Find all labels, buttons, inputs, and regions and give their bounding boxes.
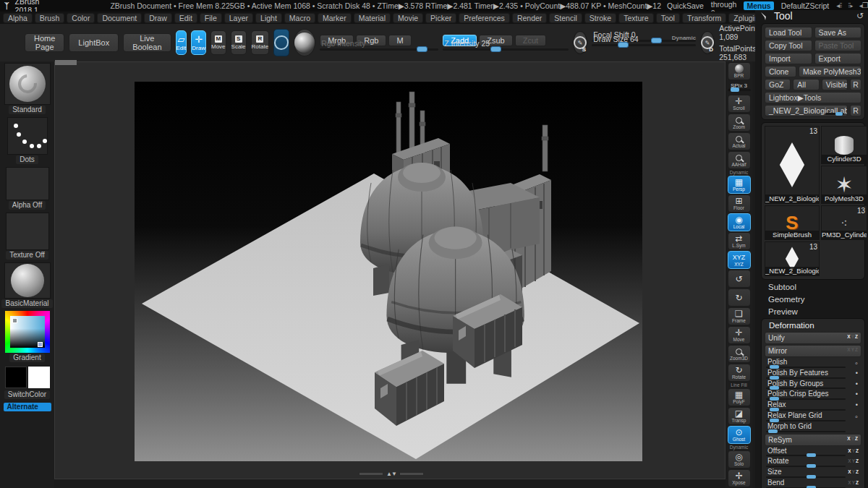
axes-toggle[interactable]: XYZ — [847, 334, 859, 339]
document-canvas[interactable]: ▲▼ — [54, 61, 726, 479]
switch-color-thumb[interactable] — [4, 365, 51, 390]
deform-mirror-button[interactable]: MirrorXYZ — [765, 345, 861, 357]
secondary-color-swatch[interactable] — [28, 367, 50, 388]
axes-toggle[interactable]: XYZ — [848, 458, 859, 463]
axes-toggle[interactable]: XYZ — [848, 480, 859, 485]
palette-reset-icon[interactable]: ↺ — [856, 11, 864, 21]
radial-dot-toggle[interactable]: • — [856, 401, 858, 408]
r-button[interactable]: R — [850, 79, 861, 90]
axes-toggle[interactable]: XYZ — [847, 436, 859, 441]
strip-polyf-button[interactable]: ▦PolyF — [728, 388, 751, 406]
stroke-settings-knob[interactable]: ✎S — [573, 31, 587, 54]
shelf-home-page-button[interactable]: Home Page — [25, 33, 64, 52]
slider-rgb-intensity[interactable]: Rgb Intensity — [320, 48, 438, 51]
strip-rotate-button[interactable]: ↻Rotate — [728, 364, 751, 382]
tray-alternate[interactable]: Alternate — [2, 402, 53, 411]
menu-color[interactable]: Color — [67, 13, 95, 23]
deform-resym-button[interactable]: ReSymXYZ — [765, 434, 861, 446]
menu-file[interactable]: File — [200, 13, 222, 23]
save-as-button[interactable]: Save As — [814, 27, 862, 38]
deform-relax-slider[interactable]: Relax• — [765, 401, 861, 411]
strip-transp-button[interactable]: ◪Transp — [728, 407, 751, 425]
goz-button[interactable]: GoZ — [765, 79, 791, 90]
section-geometry[interactable]: Geometry — [761, 294, 865, 304]
edit-mode-button[interactable]: ▱Edit — [176, 30, 187, 55]
export-button[interactable]: Export — [814, 53, 862, 64]
load-tool-button[interactable]: Load Tool — [765, 27, 812, 38]
brush-thumb[interactable] — [4, 63, 51, 105]
deform-bend-slider[interactable]: BendXYZ — [765, 479, 861, 488]
tool-thumb-polymesh3d[interactable]: ✶PolyMesh3D — [821, 166, 867, 204]
tray-switchcolor[interactable]: SwitchColor — [2, 365, 53, 399]
strip-ghost-button[interactable]: ⊙Ghost — [728, 426, 751, 444]
slider-handle[interactable] — [490, 46, 501, 52]
shelf-rotate-button[interactable]: RRotate — [251, 30, 270, 55]
spix-slider[interactable]: SPix 3 — [728, 82, 751, 91]
shelf-live-boolean-button[interactable]: Live Boolean — [123, 33, 171, 52]
canvas-scrollbar-left[interactable] — [359, 472, 383, 476]
deform-polish-crisp-edges-slider[interactable]: Polish Crisp Edges• — [765, 390, 861, 401]
strip-zoom-button[interactable]: Zoom — [728, 114, 751, 132]
main-color-swatch[interactable] — [5, 367, 27, 388]
tool-thumb-active[interactable]: 13_NEW_2_Biologic — [765, 126, 820, 204]
menu-draw[interactable]: Draw — [144, 13, 172, 23]
lightbox-tools-button[interactable]: Lightbox▶Tools — [765, 92, 861, 103]
menu-tool[interactable]: Tool — [656, 13, 680, 23]
strip-bpr-button[interactable]: BPR — [728, 62, 751, 80]
spix-handle[interactable] — [731, 87, 739, 92]
all-button[interactable]: All — [793, 79, 819, 90]
canvas-scroll-arrows-icon[interactable]: ▲▼ — [386, 471, 396, 477]
tray-basicmaterial[interactable]: BasicMaterial — [2, 262, 53, 308]
copy-tool-button[interactable]: Copy Tool — [765, 40, 812, 51]
strip-local-button[interactable]: ◉Local — [728, 213, 751, 231]
color-picker[interactable] — [5, 311, 50, 353]
axes-toggle[interactable]: XYZ — [848, 469, 859, 474]
radial-dot-toggle[interactable]: • — [856, 369, 858, 377]
import-button[interactable]: Import — [765, 53, 812, 64]
strip-actual-button[interactable]: Actual — [728, 132, 751, 150]
tool-thumb-cylinder3d[interactable]: Cylinder3D — [821, 126, 867, 164]
menu-transform[interactable]: Transform — [682, 13, 726, 23]
menu-texture[interactable]: Texture — [618, 13, 653, 23]
strip-xpose-button[interactable]: ✢Xpose — [728, 469, 751, 487]
radial-circle-toggle[interactable]: ◦ — [855, 412, 858, 421]
shelf-lightbox-button[interactable]: LightBox — [69, 33, 119, 52]
radial-circle-toggle[interactable]: ◦ — [855, 359, 858, 367]
alpha-thumb[interactable] — [6, 167, 49, 200]
menu-movie[interactable]: Movie — [393, 13, 423, 23]
axes-toggle[interactable]: XYZ — [848, 448, 859, 453]
menu-light[interactable]: Light — [255, 13, 282, 23]
slider-handle[interactable] — [651, 38, 662, 43]
tray-dots[interactable]: Dots — [2, 117, 53, 164]
deform-polish-slider[interactable]: Polish◦ — [765, 358, 861, 369]
canvas-scrollbar[interactable]: ▲▼ — [359, 471, 424, 477]
deform-unify-button[interactable]: UnifyXYZ — [765, 332, 861, 344]
strip-scroll-button[interactable]: ✛Scroll — [728, 95, 751, 113]
menu-macro[interactable]: Macro — [284, 13, 315, 23]
menu-layer[interactable]: Layer — [224, 13, 253, 23]
menu-material[interactable]: Material — [354, 13, 391, 23]
slider-handle[interactable] — [417, 46, 427, 52]
current-material-button[interactable] — [294, 29, 315, 56]
tray-standard[interactable]: Standard — [2, 63, 53, 114]
menu-alpha[interactable]: Alpha — [3, 13, 33, 23]
mode-zcut-button[interactable]: Zcut — [515, 35, 546, 46]
deform-relax-plane-grid-slider[interactable]: Relax Plane Grid◦ — [765, 411, 861, 422]
section-subtool[interactable]: Subtool — [761, 281, 865, 292]
strip-aahalf-button[interactable]: AAHalf — [728, 151, 751, 169]
tool-thumb-pm3d-cylinder3[interactable]: ⁖13PM3D_Cylinder3 — [821, 205, 867, 240]
divider-left-icon[interactable]: ◂⫶⫶ — [836, 1, 841, 10]
panel-dock-left-icon[interactable]: ◂❐ — [859, 1, 868, 10]
strip-persp-button[interactable]: ▦Persp — [728, 176, 751, 194]
texture-thumb[interactable] — [6, 213, 49, 250]
strip-undo-button[interactable]: ↺ — [728, 270, 751, 288]
deform-offset-slider[interactable]: OffsetXYZ — [765, 447, 861, 458]
draw-mode-button[interactable]: ✛Draw — [191, 30, 206, 55]
strip-zoom3d-button[interactable]: Zoom3D — [728, 345, 751, 363]
strip-floor-button[interactable]: ⊞Floor — [728, 194, 751, 213]
radial-dot-toggle[interactable]: • — [856, 390, 858, 398]
deform-size-slider[interactable]: SizeXYZ — [765, 468, 861, 479]
clone-button[interactable]: Clone — [765, 66, 796, 77]
menu-document[interactable]: Document — [97, 13, 142, 23]
deform-morph-to-grid-slider[interactable]: Morph to Grid — [765, 422, 861, 433]
